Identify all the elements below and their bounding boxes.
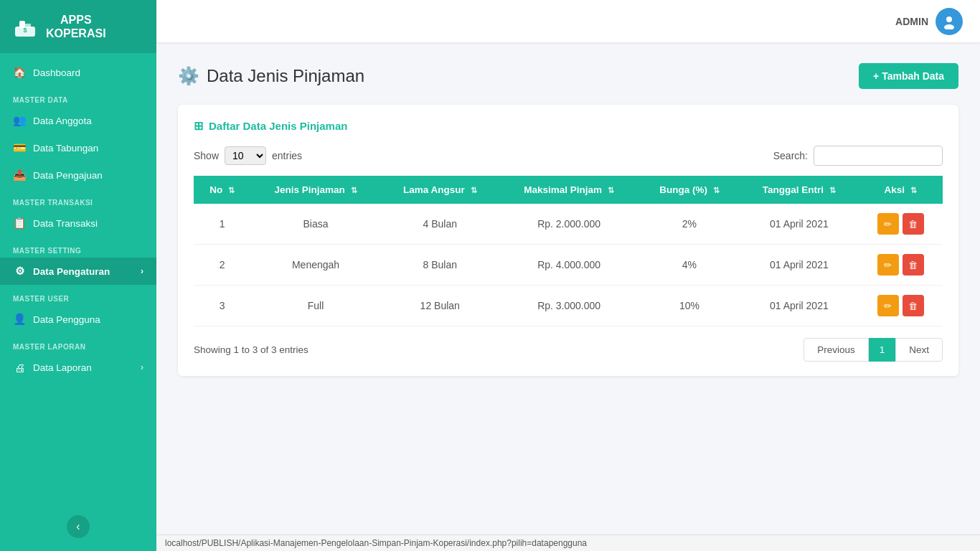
cell-no: 2 (194, 245, 250, 286)
cell-bunga: 4% (639, 245, 740, 286)
pengguna-icon: 👤 (13, 313, 26, 326)
data-table: No ⇅ Jenis Pinjaman ⇅ Lama Angsur ⇅ Maks… (194, 176, 943, 326)
cell-lama: 4 Bulan (381, 204, 499, 245)
cell-aksi: ✏ 🗑 (858, 245, 943, 286)
cell-jenis: Menengah (250, 245, 380, 286)
section-master-setting: MASTER SETTING (0, 237, 156, 258)
col-bunga: Bunga (%) ⇅ (639, 176, 740, 204)
search-box: Search: (773, 146, 943, 166)
sidebar-item-data-laporan[interactable]: 🖨 Data Laporan › (0, 354, 156, 381)
page-content: ⚙️ Data Jenis Pinjaman + Tambah Data ⊞ D… (156, 43, 980, 534)
laporan-icon: 🖨 (13, 361, 26, 374)
cell-tanggal: 01 April 2021 (740, 286, 859, 326)
sidebar-item-data-anggota[interactable]: 👥 Data Anggota (0, 107, 156, 134)
section-master-transaksi: MASTER TRANSAKSI (0, 189, 156, 209)
edit-button[interactable]: ✏ (877, 295, 899, 316)
topbar: ADMIN (156, 0, 980, 43)
add-data-button[interactable]: + Tambah Data (859, 63, 958, 89)
sidebar-item-data-pengaturan[interactable]: ⚙ Data Pengaturan › (0, 258, 156, 285)
entries-select[interactable]: 10 25 50 100 (225, 146, 266, 165)
col-tanggal-entri: Tanggal Entri ⇅ (740, 176, 859, 204)
cell-no: 3 (194, 286, 250, 326)
table-row: 3 Full 12 Bulan Rp. 3.000.000 10% 01 Apr… (194, 286, 943, 326)
edit-button[interactable]: ✏ (877, 213, 899, 235)
sidebar-collapse-button[interactable]: ‹ (67, 515, 90, 538)
sidebar-toggle: ‹ (0, 507, 156, 551)
section-master-laporan: MASTER LAPORAN (0, 333, 156, 354)
sidebar-item-label: Dashboard (33, 67, 80, 78)
main-content: ADMIN ⚙️ Data Jenis Pinjaman + Tambah Da… (156, 0, 980, 551)
sort-icon: ⇅ (713, 186, 720, 194)
sidebar-item-data-transaksi[interactable]: 📋 Data Transaksi (0, 209, 156, 237)
sidebar-item-dashboard[interactable]: 🏠 Dashboard (0, 59, 156, 86)
col-aksi: Aksi ⇅ (858, 176, 943, 204)
col-no: No ⇅ (194, 176, 250, 204)
cell-jenis: Full (250, 286, 380, 326)
edit-button[interactable]: ✏ (877, 254, 899, 276)
cell-maksimal: Rp. 4.000.000 (499, 245, 639, 286)
sort-icon: ⇅ (910, 186, 917, 194)
delete-button[interactable]: 🗑 (903, 213, 924, 235)
cell-maksimal: Rp. 3.000.000 (499, 286, 639, 326)
svg-text:$: $ (23, 27, 27, 34)
sidebar-header: $ APPS KOPERASI (0, 0, 156, 53)
settings-icon: ⚙️ (178, 66, 199, 86)
page-title: ⚙️ Data Jenis Pinjaman (178, 66, 364, 86)
previous-button[interactable]: Previous (804, 338, 869, 362)
sidebar-nav: 🏠 Dashboard MASTER DATA 👥 Data Anggota 💳… (0, 53, 156, 507)
sidebar-item-label: Data Pengaturan (33, 266, 110, 277)
sidebar: $ APPS KOPERASI 🏠 Dashboard MASTER DATA … (0, 0, 156, 551)
username-label: ADMIN (895, 16, 928, 27)
cell-aksi: ✏ 🗑 (858, 204, 943, 245)
sidebar-item-data-pengajuan[interactable]: 📤 Data Pengajuan (0, 161, 156, 189)
cell-lama: 8 Bulan (381, 245, 499, 286)
page-header: ⚙️ Data Jenis Pinjaman + Tambah Data (178, 63, 958, 89)
sort-icon: ⇅ (471, 186, 477, 194)
cell-lama: 12 Bulan (381, 286, 499, 326)
sort-icon: ⇅ (829, 186, 836, 194)
table-icon: ⊞ (194, 119, 203, 133)
cell-maksimal: Rp. 2.000.000 (499, 204, 639, 245)
cell-bunga: 10% (639, 286, 740, 326)
col-maksimal-pinjam: Maksimal Pinjam ⇅ (499, 176, 639, 204)
dashboard-icon: 🏠 (13, 66, 26, 79)
sidebar-item-data-pengguna[interactable]: 👤 Data Pengguna (0, 306, 156, 333)
col-lama-angsur: Lama Angsur ⇅ (381, 176, 499, 204)
sidebar-item-data-tabungan[interactable]: 💳 Data Tabungan (0, 134, 156, 161)
app-title: APPS KOPERASI (46, 13, 106, 40)
anggota-icon: 👥 (13, 114, 26, 127)
sidebar-item-label: Data Pengajuan (33, 170, 103, 181)
data-card: ⊞ Daftar Data Jenis Pinjaman Show 10 25 … (178, 105, 958, 376)
current-page[interactable]: 1 (869, 338, 896, 362)
cell-bunga: 2% (639, 204, 740, 245)
sidebar-item-label: Data Transaksi (33, 218, 98, 229)
delete-button[interactable]: 🗑 (903, 295, 924, 316)
search-input[interactable] (814, 146, 943, 166)
section-master-data: MASTER DATA (0, 86, 156, 107)
card-header: ⊞ Daftar Data Jenis Pinjaman (194, 119, 943, 133)
chevron-right-icon: › (141, 266, 143, 276)
table-row: 2 Menengah 8 Bulan Rp. 4.000.000 4% 01 A… (194, 245, 943, 286)
cell-jenis: Biasa (250, 204, 380, 245)
section-master-user: MASTER USER (0, 285, 156, 306)
svg-point-5 (944, 24, 954, 29)
table-footer: Showing 1 to 3 of 3 entries Previous 1 N… (194, 338, 943, 362)
svg-point-4 (946, 17, 952, 22)
topbar-user: ADMIN (895, 8, 963, 35)
sidebar-item-label: Data Laporan (33, 362, 92, 373)
sort-icon: ⇅ (608, 186, 614, 194)
transaksi-icon: 📋 (13, 217, 26, 230)
chevron-right-icon: › (141, 362, 143, 372)
tabungan-icon: 💳 (13, 141, 26, 154)
table-row: 1 Biasa 4 Bulan Rp. 2.000.000 2% 01 Apri… (194, 204, 943, 245)
sidebar-item-label: Data Anggota (33, 116, 92, 126)
sidebar-item-label: Data Tabungan (33, 143, 98, 154)
table-header-row: No ⇅ Jenis Pinjaman ⇅ Lama Angsur ⇅ Maks… (194, 176, 943, 204)
sort-icon: ⇅ (228, 186, 235, 194)
logo-icon: $ (11, 13, 39, 40)
cell-aksi: ✏ 🗑 (858, 286, 943, 326)
next-button[interactable]: Next (895, 338, 943, 362)
cell-tanggal: 01 April 2021 (740, 204, 859, 245)
delete-button[interactable]: 🗑 (903, 254, 924, 276)
pengaturan-icon: ⚙ (13, 265, 26, 278)
